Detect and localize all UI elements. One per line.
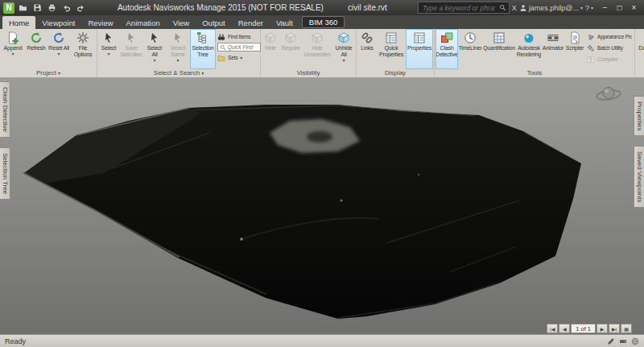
tree-icon <box>196 31 209 44</box>
save-icon[interactable] <box>31 2 43 14</box>
web-icon <box>631 337 639 345</box>
dock-tab-clash-detective[interactable]: Clash Detective <box>0 81 10 138</box>
tab-home[interactable]: Home <box>2 16 35 29</box>
tab-view[interactable]: View <box>167 16 196 29</box>
unhide-all-button[interactable]: Unhide All ▾ <box>332 29 355 69</box>
select-button[interactable]: Select ▾ <box>98 29 119 69</box>
exchange-apps-icon[interactable]: X <box>512 4 517 12</box>
appearance-profiler-button[interactable]: Appearance Profiler <box>587 31 632 42</box>
binoculars-icon <box>217 33 225 41</box>
tab-animation[interactable]: Animation <box>120 16 167 29</box>
keyword-search-box <box>418 2 510 14</box>
maximize-button[interactable]: □ <box>613 2 626 14</box>
dock-tab-properties[interactable]: Properties <box>634 96 644 136</box>
tab-render[interactable]: Render <box>232 16 270 29</box>
compare-button[interactable]: Compare <box>587 54 632 64</box>
panel-caption-select-search[interactable]: Select & Search ▾ <box>97 69 260 76</box>
first-sheet-button[interactable]: |◀ <box>547 324 558 333</box>
refresh-button[interactable]: Refresh <box>25 29 47 69</box>
ribbon-panel-datatools: DataTools <box>635 29 644 77</box>
status-bar: Ready <box>0 334 644 347</box>
select-all-button[interactable]: Select All ▾ <box>143 29 166 69</box>
minimize-button[interactable]: − <box>598 2 612 14</box>
account-label: james.philp@... <box>529 4 579 12</box>
print-icon[interactable] <box>46 2 58 14</box>
reset-all-button[interactable]: Reset All ▾ <box>47 29 70 69</box>
navisworks-logo[interactable]: N <box>3 2 14 14</box>
previous-sheet-button[interactable]: ◀ <box>559 324 570 333</box>
quantification-button[interactable]: Quantification <box>482 29 516 69</box>
search-icon[interactable] <box>499 4 506 11</box>
autodesk-rendering-button[interactable]: Autodesk Rendering <box>516 29 542 69</box>
clash-detective-button[interactable]: Clash Detective <box>436 29 458 69</box>
datatools-button[interactable]: DataTools <box>636 29 644 69</box>
cursor-icon <box>171 31 184 44</box>
sign-in-menu[interactable]: james.philp@... ▾ <box>519 4 583 12</box>
help-menu[interactable]: ? ▾ <box>585 4 593 12</box>
append-icon <box>6 31 19 44</box>
film-icon <box>547 31 559 44</box>
tab-viewpoint[interactable]: Viewpoint <box>35 16 81 29</box>
chevron-down-icon: ▾ <box>108 52 110 56</box>
cursor-icon <box>102 31 115 44</box>
properties-button[interactable]: Properties <box>406 29 433 69</box>
ribbon-panel-tools: Clash Detective TimeLiner Quantification… <box>435 29 635 77</box>
dock-tab-saved-viewpoints[interactable]: Saved Viewpoints <box>634 146 644 208</box>
panel-caption-tools: Tools <box>435 69 634 76</box>
append-button[interactable]: Append ▾ <box>1 29 25 69</box>
file-options-button[interactable]: File Options <box>70 29 96 69</box>
close-button[interactable]: × <box>627 2 641 14</box>
sets-button[interactable]: Sets ▾ <box>217 52 258 63</box>
refresh-icon <box>30 31 43 44</box>
timeliner-button[interactable]: TimeLiner <box>458 29 482 69</box>
disk-icon <box>619 337 627 345</box>
hide-unselected-button[interactable]: Hide Unselected <box>302 29 332 69</box>
quick-find-button[interactable]: Quick Find <box>217 43 261 52</box>
tab-bim-360[interactable]: BIM 360 <box>302 16 345 28</box>
panel-caption-project[interactable]: Project ▾ <box>0 69 97 76</box>
undo-icon[interactable] <box>60 2 72 14</box>
palette-icon <box>587 33 595 41</box>
navigation-gizmo[interactable] <box>592 82 625 108</box>
hide-button[interactable]: Hide <box>262 29 279 69</box>
find-items-button[interactable]: Find Items <box>217 31 258 42</box>
chevron-down-icon: ▾ <box>343 58 345 63</box>
tab-output[interactable]: Output <box>196 16 232 29</box>
select-same-button[interactable]: Select Same ▾ <box>166 29 190 69</box>
animator-button[interactable]: Animator <box>542 29 564 69</box>
ribbon-panel-select-search: Select ▾ Save Selection Select All ▾ Sel… <box>97 29 261 77</box>
dock-tab-selection-tree[interactable]: Selection Tree <box>0 147 10 200</box>
require-button[interactable]: Require <box>279 29 302 69</box>
chevron-down-icon: ▾ <box>580 5 583 10</box>
tab-review[interactable]: Review <box>81 16 119 29</box>
3d-viewport[interactable]: Clash Detective Selection Tree Propertie… <box>0 78 644 334</box>
reset-icon <box>52 31 65 44</box>
cube-icon <box>311 31 324 44</box>
scripter-button[interactable]: Scripter <box>564 29 585 69</box>
status-ready-label: Ready <box>5 337 26 345</box>
tab-vault[interactable]: Vault <box>270 16 299 29</box>
selection-tree-button[interactable]: Selection Tree <box>190 29 216 69</box>
next-sheet-button[interactable]: ▶ <box>597 324 608 333</box>
cursor-icon <box>148 31 161 44</box>
last-sheet-button[interactable]: ▶| <box>609 324 620 333</box>
search-input[interactable] <box>421 3 497 13</box>
sheet-browser-button[interactable]: ▦ <box>621 324 632 333</box>
quick-properties-button[interactable]: Quick Properties <box>377 29 406 69</box>
magnifier-icon <box>220 44 226 51</box>
chevron-down-icon: ▾ <box>154 58 156 63</box>
save-selection-button[interactable]: Save Selection <box>119 29 143 69</box>
chevron-down-icon: ▾ <box>177 58 180 63</box>
batch-utility-button[interactable]: Batch Utility <box>587 43 632 53</box>
links-button[interactable]: Links <box>357 29 377 69</box>
gear-icon <box>76 31 89 44</box>
clock-icon <box>464 31 477 44</box>
cube-icon <box>264 31 277 44</box>
open-icon[interactable] <box>17 2 29 14</box>
site-model-terrain[interactable] <box>0 78 644 334</box>
cursor-icon <box>125 31 138 44</box>
chevron-down-icon: ▾ <box>591 5 593 10</box>
redo-icon[interactable] <box>75 2 87 14</box>
folder-icon <box>217 54 225 62</box>
app-title: Autodesk Navisworks Manage 2015 (NOT FOR… <box>118 3 324 12</box>
